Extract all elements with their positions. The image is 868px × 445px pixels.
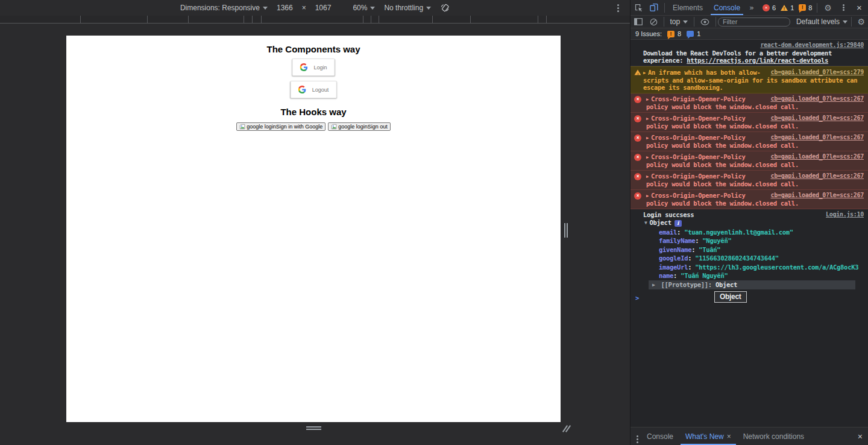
clear-console-icon[interactable] [646,18,661,26]
more-tabs-icon[interactable]: » [746,3,758,12]
google-logout-button[interactable]: Logout [291,81,337,98]
page-viewport: The Components way Login Logout The Hook… [66,36,561,422]
dimensions-select[interactable]: Dimensions: Responsive [180,4,268,12]
message-bubble-icon [687,31,694,37]
warning-count-badge[interactable]: ! 1 [781,4,794,11]
issues-bar[interactable]: 9 Issues: ! 8 1 [631,28,868,40]
object-prop-row: name: "Tuấn Nguyễn" [659,271,864,280]
toggle-device-toolbar-icon[interactable] [646,0,662,15]
console-error-coop: × cb=gapi.loaded_0?le=scs:267 ▶Cross-Ori… [631,93,868,113]
expand-arrow-icon[interactable]: ▶ [646,174,649,179]
error-count-badge[interactable]: × 6 [763,4,776,11]
object-tree: ▼Objecti email: "tuan.nguyenlinh.lt@gmai… [643,218,864,289]
prop-value: "tuan.nguyenlinh.lt@gmail.com" [684,229,793,236]
login-button-label: Login [313,65,327,71]
dimensions-label: Dimensions: Responsive [180,4,260,12]
viewport-height-field[interactable]: 1067 [315,4,332,12]
hooks-signin-button[interactable]: google loginSign in with Google [236,122,326,131]
rotate-device-icon[interactable] [440,3,450,13]
object-prop-row: familyName: "Nguyễn" [659,236,864,245]
google-login-button[interactable]: Login [292,58,335,76]
react-devtools-link[interactable]: https://reactjs.org/link/react-devtools [687,57,828,64]
prototype-value: Object [715,281,737,288]
console-settings-gear-icon[interactable]: ⚙ [854,17,868,27]
console-sidebar-icon[interactable] [631,18,646,25]
prop-key: imageUrl [659,264,688,271]
close-tab-icon[interactable]: × [727,432,731,441]
zoom-select[interactable]: 60% [353,4,375,12]
prop-value: "Tuấn Nguyễn" [681,272,728,279]
devtools-panel: Elements Console » × 6 ! 1 ! 8 ⚙ × [630,0,868,445]
drawer-menu-icon[interactable] [637,435,638,437]
signin-alt-text: google login [247,124,276,130]
viewport-width-field[interactable]: 1366 [277,4,293,12]
drawer-tab-whats-new[interactable]: What's New × [679,428,737,445]
issues-count-badge[interactable]: ! 8 [799,4,812,11]
object-prop-row: givenName: "Tuấn" [659,245,864,254]
hooks-heading: The Hooks way [66,107,561,117]
tab-elements[interactable]: Elements [667,0,708,15]
expand-arrow-icon[interactable]: ▶ [646,136,649,140]
source-link[interactable]: cb=gapi.loaded_0?le=scs:267 [771,172,864,180]
prop-key: familyName [659,237,695,244]
source-link[interactable]: cb=gapi.loaded_0?le=scs:267 [771,192,864,199]
expand-arrow-icon[interactable]: ▶ [646,116,649,121]
source-link[interactable]: cb=gapi.loaded_0?le=scs:267 [771,153,864,160]
media-query-bar[interactable] [0,16,630,24]
throttling-select[interactable]: No throttling [384,4,431,12]
drawer-tab-network-conditions[interactable]: Network conditions [737,428,810,445]
source-link[interactable]: cb=gapi.loaded_0?le=scs:279 [771,69,864,76]
console-error-coop: × cb=gapi.loaded_0?le=scs:267 ▶Cross-Ori… [631,171,868,190]
object-tooltip: Object [714,291,747,303]
prototype-label: [[Prototype]]: [661,281,712,288]
console-prompt[interactable]: > [631,291,868,305]
chevron-down-icon [370,7,375,10]
prop-value: "Nguyễn" [702,237,731,244]
info-badge-icon[interactable]: i [675,220,682,227]
close-devtools-icon[interactable]: × [851,0,867,15]
prop-key: name [659,272,673,279]
prop-key: email [659,229,677,236]
live-expression-eye-icon[interactable] [697,19,713,25]
source-link[interactable]: cb=gapi.loaded_0?le=scs:267 [771,95,864,103]
context-selector[interactable]: top [666,17,691,26]
broken-image-icon [331,124,338,130]
tab-console[interactable]: Console [708,0,746,15]
prototype-row[interactable]: ▶ [[Prototype]]: Object [649,280,855,289]
devtools-menu-icon[interactable] [835,0,851,15]
throttling-value: No throttling [384,4,423,12]
source-link[interactable]: cb=gapi.loaded_0?le=scs:267 [771,134,864,141]
expand-arrow-icon[interactable]: ▶ [646,97,649,102]
drawer-tab-console[interactable]: Console [641,428,679,445]
object-prop-row: email: "tuan.nguyenlinh.lt@gmail.com" [659,228,864,237]
inspect-element-icon[interactable] [631,0,646,15]
chevron-down-icon [683,21,688,24]
expand-arrow-icon[interactable]: ▶ [646,155,649,160]
prompt-chevron-icon: > [635,294,639,301]
hooks-signout-button[interactable]: google loginSign out [328,122,391,131]
expand-arrow-icon[interactable]: ▶ [643,71,646,75]
expand-arrow-icon[interactable]: ▶ [652,282,655,288]
close-drawer-icon[interactable]: × [858,432,863,441]
object-prop-row: imageUrl: "https://lh3.googleusercontent… [659,263,864,272]
error-count: 6 [772,4,776,11]
expand-arrow-icon[interactable]: ▶ [646,194,649,198]
error-icon: × [634,173,641,180]
signin-button-label: Sign in with Google [276,124,323,130]
viewport-height-resize-handle[interactable] [306,426,321,430]
collapse-arrow-icon[interactable]: ▼ [644,220,647,226]
viewport-width-resize-handle[interactable] [564,223,568,238]
error-icon: × [634,115,641,122]
settings-gear-icon[interactable]: ⚙ [820,0,835,15]
source-link[interactable]: cb=gapi.loaded_0?le=scs:267 [771,115,864,122]
object-root-row[interactable]: ▼Objecti [644,218,864,228]
viewport-corner-resize-handle[interactable] [561,424,571,434]
device-toolbar-menu-icon[interactable] [617,4,619,6]
console-filter-input[interactable] [718,17,790,27]
console-message-react-devtools: react-dom.development.js:29840 Download … [631,40,868,66]
source-link[interactable]: Login.js:10 [826,211,864,218]
object-prop-row: googleId: "115663028602434743644" [659,254,864,263]
source-link[interactable]: react-dom.development.js:29840 [643,42,864,49]
times-separator: × [302,4,306,12]
log-levels-select[interactable]: Default levels [793,17,851,26]
